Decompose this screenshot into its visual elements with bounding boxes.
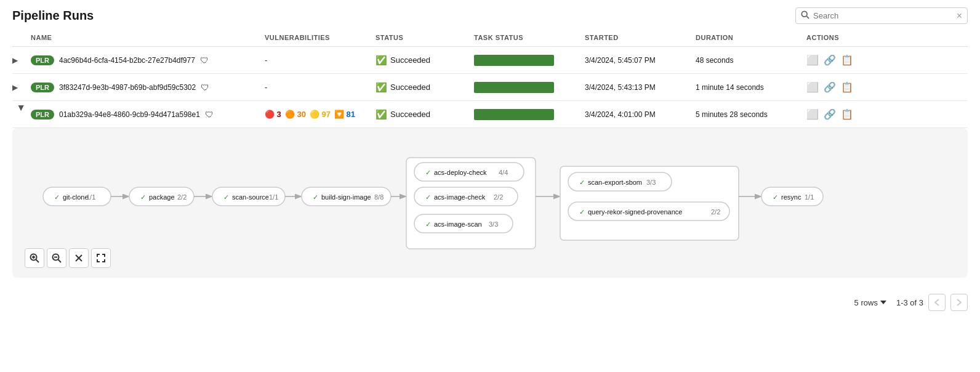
critical-count: 🔴 3 xyxy=(265,110,281,119)
shield-icon-row1: 🛡 xyxy=(200,55,209,65)
task-status-cell-row2 xyxy=(474,82,585,93)
col-status: STATUS xyxy=(376,34,474,41)
pipeline-runs-table: NAME VULNERABILITIES STATUS TASK STATUS … xyxy=(0,29,980,128)
svg-point-0 xyxy=(801,11,807,17)
zoom-out-button[interactable] xyxy=(47,248,66,268)
run-name-row1: 4ac96b4d-6cfa-4154-b2bc-27e27b4df977 xyxy=(59,56,195,65)
col-expand xyxy=(12,34,31,41)
svg-text:acs-image-scan: acs-image-scan xyxy=(434,220,482,228)
svg-text:2/2: 2/2 xyxy=(711,208,720,216)
node-acs-deploy-check[interactable]: ✓ acs-deploy-check 4/4 xyxy=(414,163,524,181)
copy-icon-row2[interactable]: 📋 xyxy=(841,81,853,93)
plr-badge-row1: PLR xyxy=(31,55,54,65)
node-package[interactable]: ✓ package 2/2 xyxy=(129,187,194,206)
col-name: NAME xyxy=(31,34,265,41)
copy-icon-row3[interactable]: 📋 xyxy=(841,108,853,120)
svg-text:✓: ✓ xyxy=(54,193,60,201)
svg-text:8/8: 8/8 xyxy=(374,193,384,201)
rows-per-page-selector[interactable]: 5 rows xyxy=(854,298,886,307)
node-acs-image-scan[interactable]: ✓ acs-image-scan 3/3 xyxy=(414,214,513,233)
duration-cell-row1: 48 seconds xyxy=(696,56,806,65)
node-scan-export-sbom[interactable]: ✓ scan-export-sbom 3/3 xyxy=(568,172,672,191)
shield-icon-row2: 🛡 xyxy=(201,83,209,92)
svg-text:2/2: 2/2 xyxy=(177,193,187,201)
copy-icon-row1[interactable]: 📋 xyxy=(841,54,853,66)
run-name-row2: 3f83247d-9e3b-4987-b69b-abf9d59c5302 xyxy=(59,83,196,92)
expand-button-row2[interactable]: ▶ xyxy=(12,83,31,92)
link-icon-row3[interactable]: 🔗 xyxy=(824,108,836,120)
col-task-status: TASK STATUS xyxy=(474,34,585,41)
table-row: ▶ PLR 01ab329a-94e8-4860-9cb9-94d471a598… xyxy=(12,101,968,128)
search-input[interactable] xyxy=(813,11,957,20)
task-status-cell-row1 xyxy=(474,55,585,66)
col-duration: DURATION xyxy=(696,34,806,41)
logs-icon-row2[interactable]: ⬜ xyxy=(806,81,819,93)
svg-text:acs-image-check: acs-image-check xyxy=(434,193,486,201)
svg-line-56 xyxy=(58,260,62,263)
task-bar-row2 xyxy=(474,82,554,93)
node-git-clone[interactable]: ✓ git-clone 1/1 xyxy=(43,187,111,206)
node-query-rekor-signed-provenance[interactable]: ✓ query-rekor-signed-provenance 2/2 xyxy=(568,202,729,220)
svg-text:scan-export-sbom: scan-export-sbom xyxy=(588,179,642,186)
node-acs-image-check[interactable]: ✓ acs-image-check 2/2 xyxy=(414,187,518,206)
svg-text:✓: ✓ xyxy=(223,193,229,201)
success-icon-row2: ✅ xyxy=(376,82,387,93)
search-icon xyxy=(801,10,809,21)
medium-count: 🟡 97 xyxy=(310,110,331,119)
actions-cell-row1: ⬜ 🔗 📋 xyxy=(806,54,880,66)
pipeline-graph-svg: ✓ git-clone 1/1 ✓ package 2/2 ✓ scan-sou… xyxy=(25,140,968,264)
logs-icon-row3[interactable]: ⬜ xyxy=(806,108,819,120)
task-bar-row1 xyxy=(474,55,554,66)
next-page-button[interactable] xyxy=(950,294,968,311)
success-icon-row1: ✅ xyxy=(376,55,387,66)
svg-text:scan-source: scan-source xyxy=(232,193,269,201)
success-icon-row3: ✅ xyxy=(376,109,387,120)
svg-text:✓: ✓ xyxy=(425,193,431,201)
run-name-row3: 01ab329a-94e8-4860-9cb9-94d471a598e1 xyxy=(59,110,200,119)
link-icon-row2[interactable]: 🔗 xyxy=(824,81,836,93)
zoom-in-button[interactable] xyxy=(25,248,44,268)
status-text-row3: Succeeded xyxy=(390,110,430,119)
svg-text:✓: ✓ xyxy=(773,193,778,201)
status-text-row1: Succeeded xyxy=(390,55,430,65)
plr-badge-row3: PLR xyxy=(31,110,54,119)
expand-button-row1[interactable]: ▶ xyxy=(12,56,31,65)
fullscreen-button[interactable] xyxy=(91,248,111,268)
svg-text:3/3: 3/3 xyxy=(489,220,498,228)
reset-zoom-button[interactable] xyxy=(69,248,89,268)
started-cell-row3: 3/4/2024, 4:01:00 PM xyxy=(585,110,696,119)
started-cell-row1: 3/4/2024, 5:45:07 PM xyxy=(585,56,696,65)
logs-icon-row1[interactable]: ⬜ xyxy=(806,54,819,66)
vuln-cell-row1: - xyxy=(265,55,376,65)
svg-text:✓: ✓ xyxy=(425,220,431,228)
svg-text:4/4: 4/4 xyxy=(499,169,508,176)
vuln-cell-row2: - xyxy=(265,83,376,92)
node-scan-source[interactable]: ✓ scan-source 1/1 xyxy=(212,187,285,206)
table-header: NAME VULNERABILITIES STATUS TASK STATUS … xyxy=(12,29,968,47)
col-vulnerabilities: VULNERABILITIES xyxy=(265,34,376,41)
plr-badge-row2: PLR xyxy=(31,83,54,92)
svg-text:3/3: 3/3 xyxy=(646,179,656,186)
dropdown-chevron-icon xyxy=(880,301,886,304)
shield-icon-row3: 🛡 xyxy=(205,110,214,119)
search-clear-icon[interactable]: × xyxy=(957,11,962,21)
pipeline-graph-container: ✓ git-clone 1/1 ✓ package 2/2 ✓ scan-sou… xyxy=(12,128,968,278)
col-actions: ACTIONS xyxy=(806,34,880,41)
table-row: ▶ PLR 3f83247d-9e3b-4987-b69b-abf9d59c53… xyxy=(12,74,968,101)
prev-page-button[interactable] xyxy=(928,294,946,311)
status-cell-row1: ✅ Succeeded xyxy=(376,55,474,66)
duration-cell-row2: 1 minute 14 seconds xyxy=(696,83,806,92)
svg-text:✓: ✓ xyxy=(579,208,585,216)
expand-button-row3[interactable]: ▶ xyxy=(17,105,26,124)
pagination-info: 1-3 of 3 xyxy=(896,298,923,307)
svg-text:1/1: 1/1 xyxy=(269,193,278,201)
svg-line-1 xyxy=(806,16,809,18)
node-resync[interactable]: ✓ resync 1/1 xyxy=(761,187,823,206)
node-build-sign-image[interactable]: ✓ build-sign-image 8/8 xyxy=(302,187,391,206)
zoom-controls xyxy=(25,248,111,268)
svg-text:1/1: 1/1 xyxy=(805,193,814,201)
link-icon-row1[interactable]: 🔗 xyxy=(824,54,836,66)
svg-text:✓: ✓ xyxy=(425,169,431,176)
svg-text:2/2: 2/2 xyxy=(494,193,503,201)
vuln-cell-row3: 🔴 3 🟠 30 🟡 97 🔽 81 xyxy=(265,110,376,119)
